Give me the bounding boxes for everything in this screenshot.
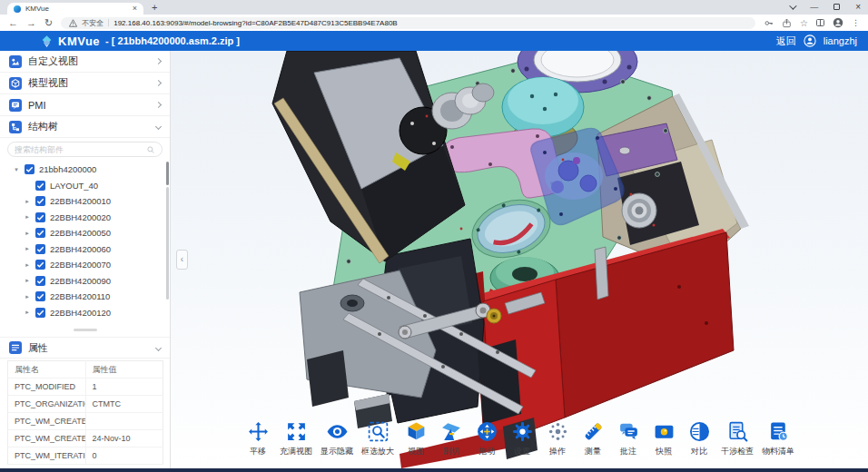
- caret-right-icon[interactable]: ▸: [24, 309, 31, 316]
- tree-checkbox[interactable]: [35, 260, 45, 270]
- tree-checkbox[interactable]: [35, 212, 45, 222]
- tab-close-icon[interactable]: ×: [133, 5, 137, 13]
- panel-label: 自定义视图: [28, 54, 78, 68]
- back-link[interactable]: 返回: [776, 34, 796, 48]
- browser-action-icons: ☆ ⋮: [764, 17, 860, 28]
- main-content: 自定义视图 模型视图 PMI 结构树 ▾21bb: [0, 51, 868, 468]
- toolbar-bom-button[interactable]: 物料清单: [762, 420, 794, 457]
- tree-node-label: 22BBH4200050: [50, 228, 111, 238]
- box-zoom-icon: [367, 420, 390, 443]
- forward-icon[interactable]: →: [26, 18, 36, 28]
- toolbar-box-zoom-button[interactable]: 框选放大: [361, 420, 394, 457]
- caret-right-icon[interactable]: ▸: [24, 261, 31, 269]
- caret-right-icon[interactable]: ▸: [24, 277, 31, 284]
- panel-label: 模型视图: [28, 76, 68, 90]
- password-key-icon[interactable]: [764, 18, 774, 28]
- toolbar-section-button[interactable]: 剖切: [438, 420, 465, 457]
- new-tab-button[interactable]: +: [152, 3, 157, 13]
- tree-node[interactable]: ▸22BBH4200050: [0, 225, 170, 241]
- security-label[interactable]: 不安全: [82, 18, 104, 28]
- caret-right-icon[interactable]: ▸: [24, 245, 31, 252]
- search-input[interactable]: [15, 145, 143, 154]
- tree-checkbox[interactable]: [35, 276, 45, 286]
- user-avatar-icon[interactable]: [804, 34, 816, 47]
- browser-menu-kebab-icon[interactable]: ⋮: [852, 18, 860, 27]
- tree-checkbox[interactable]: [35, 244, 45, 254]
- window-close-icon[interactable]: ×: [855, 2, 861, 12]
- toolbar-show-hide-button[interactable]: 显示隐藏: [321, 420, 353, 457]
- tree-node[interactable]: ▸22BBH4200010: [0, 193, 170, 210]
- tree-node[interactable]: ▸22BBH4200090: [0, 273, 170, 290]
- toolbar-settings-button[interactable]: 设置: [508, 420, 536, 457]
- toolbar-label: 设置: [514, 446, 530, 457]
- toolbar-measure-button[interactable]: 测量: [579, 420, 607, 457]
- toolbar-drag-button[interactable]: 拖动: [473, 420, 500, 457]
- sidebar-scrollbar-thumb[interactable]: [166, 162, 169, 185]
- side-panel-icon[interactable]: [816, 19, 824, 26]
- window-restore-icon[interactable]: [833, 4, 840, 10]
- share-icon[interactable]: [782, 18, 792, 28]
- tree-node[interactable]: ▸22BBH4200120: [0, 305, 170, 320]
- tree-node[interactable]: ▸22BBH4200020: [0, 210, 170, 226]
- caret-down-icon[interactable]: ▾: [13, 166, 20, 173]
- toolbar-operate-button[interactable]: 操作: [544, 420, 571, 457]
- reload-icon[interactable]: ↻: [44, 18, 53, 28]
- tree-node-label: 22BBH4200060: [50, 244, 111, 254]
- toolbar-label: 平移: [250, 446, 266, 457]
- panel-resize-handle[interactable]: [74, 329, 97, 331]
- annotate-icon: [617, 420, 640, 443]
- panel-model-views[interactable]: 模型视图: [0, 73, 170, 94]
- tree-node[interactable]: ▾21bbh4200000: [0, 162, 170, 178]
- browser-tab[interactable]: KMVue ×: [7, 3, 143, 15]
- toolbar-label: 干涉检查: [721, 446, 754, 457]
- tree-checkbox[interactable]: [35, 196, 45, 206]
- tree-node[interactable]: ▸22BBH4200110: [0, 289, 170, 305]
- toolbar-label: 框选放大: [361, 446, 394, 457]
- panel-structure-tree[interactable]: 结构树: [0, 116, 170, 138]
- panel-properties[interactable]: 属性: [0, 337, 170, 359]
- separator: [108, 19, 109, 26]
- toolbar-label: 操作: [549, 446, 566, 457]
- tree-node[interactable]: LAYOUT_40: [0, 178, 170, 194]
- toolbar-annotate-button[interactable]: 批注: [615, 420, 642, 457]
- tree-checkbox[interactable]: [25, 164, 35, 174]
- toolbar-view-cube-button[interactable]: 视图: [402, 420, 429, 457]
- bookmark-star-icon[interactable]: ☆: [800, 18, 808, 28]
- panel-label: 属性: [28, 341, 48, 355]
- tree-checkbox[interactable]: [35, 291, 45, 301]
- toolbar-interference-check-button[interactable]: 干涉检查: [721, 420, 754, 457]
- document-title: - [ 21bbh4200000.asm.2.zip ]: [105, 35, 240, 46]
- caret-right-icon[interactable]: ▸: [24, 198, 31, 205]
- toolbar-compare-button[interactable]: 对比: [686, 420, 713, 457]
- kmvue-logo-icon: [40, 34, 54, 48]
- caret-right-icon[interactable]: ▸: [24, 213, 31, 221]
- toolbar-snapshot-button[interactable]: 快照: [650, 420, 677, 457]
- panel-pmi[interactable]: PMI: [0, 94, 170, 116]
- tree-node[interactable]: ▸22BBH4200060: [0, 241, 170, 258]
- warning-icon: [69, 19, 77, 27]
- caret-right-icon[interactable]: ▸: [24, 293, 31, 300]
- toolbar-fit-view-button[interactable]: 充满视图: [280, 420, 312, 457]
- model-canvas[interactable]: [171, 51, 868, 468]
- property-row: PTC_ORGANIZATIO...CTMTC: [8, 396, 163, 413]
- window-menu-icon[interactable]: [789, 2, 796, 9]
- compare-icon: [688, 420, 711, 443]
- tree-checkbox[interactable]: [35, 308, 45, 318]
- sidebar-scrollbar-track[interactable]: [166, 187, 169, 300]
- tree-node-label: 22BBH4200090: [50, 276, 111, 286]
- url-text: 192.168.40.163:9093/#/model-browsing?id=…: [113, 19, 397, 27]
- panel-custom-views[interactable]: 自定义视图: [0, 51, 170, 73]
- tree-node[interactable]: ▸22BBH4200070: [0, 257, 170, 273]
- app-logo-text: KMVue: [58, 34, 100, 48]
- toolbar-pan-button[interactable]: 平移: [244, 420, 271, 457]
- address-bar[interactable]: 不安全 192.168.40.163:9093/#/model-browsing…: [61, 17, 755, 29]
- window-minimize-icon[interactable]: —: [810, 3, 818, 12]
- browser-window: KMVue × + — × ← → ↻ 不安全 192.168.40.163:9…: [0, 0, 868, 472]
- tree-checkbox[interactable]: [35, 181, 45, 191]
- profile-avatar-icon[interactable]: [833, 17, 843, 28]
- username[interactable]: liangzhj: [824, 35, 857, 46]
- tree-checkbox[interactable]: [35, 228, 45, 238]
- sidebar-collapse-button[interactable]: ‹: [176, 250, 188, 270]
- caret-right-icon[interactable]: ▸: [24, 230, 31, 237]
- back-icon[interactable]: ←: [8, 18, 18, 28]
